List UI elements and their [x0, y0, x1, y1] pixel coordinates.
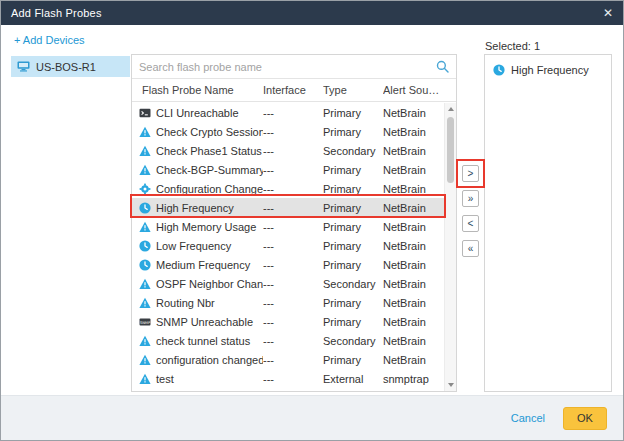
terminal-icon [139, 107, 151, 119]
table-row[interactable]: test---Externalsnmptrap [132, 369, 444, 388]
probe-name: SNMP Unreachable [156, 316, 253, 328]
probe-table-body: CLI Unreachable---PrimaryNetBrainCheck C… [132, 103, 444, 391]
selected-item[interactable]: High Frequency [493, 61, 603, 79]
table-row[interactable]: check tunnel status---SecondaryNetBrain [132, 331, 444, 350]
footer-bar: Cancel OK [1, 395, 623, 440]
table-row[interactable]: OSPF Neighbor Change---SecondaryNetBrain [132, 274, 444, 293]
probe-interface: --- [263, 107, 323, 119]
selected-count-label: Selected: 1 [485, 40, 540, 52]
column-header-alert-source: Alert Source ... [383, 84, 456, 96]
probe-alert-source: NetBrain [383, 259, 444, 271]
table-row[interactable]: test1---Externalsnmptrap [132, 388, 444, 391]
probe-name: High Frequency [156, 202, 234, 214]
table-row[interactable]: SNMPSNMP Unreachable---PrimaryNetBrain [132, 312, 444, 331]
clock-icon [493, 64, 505, 76]
probe-name: Check Crypto Sessions [156, 126, 263, 138]
clock-icon [139, 240, 151, 252]
table-row[interactable]: Configuration Change---PrimaryNetBrain [132, 179, 444, 198]
table-header: Flash Probe Name Interface Type Alert So… [132, 79, 456, 102]
vertical-scrollbar[interactable] [444, 103, 456, 391]
probe-type: Primary [323, 183, 383, 195]
scrollbar-thumb[interactable] [447, 117, 454, 183]
move-left-button[interactable]: < [462, 215, 479, 232]
probe-type: Primary [323, 316, 383, 328]
alert-triangle-icon [139, 164, 151, 176]
add-flash-probes-dialog: Add Flash Probes ✕ + Add Devices US-BOS-… [0, 0, 624, 441]
table-row[interactable]: Routing Nbr---PrimaryNetBrain [132, 293, 444, 312]
probe-name: Routing Nbr [156, 297, 215, 309]
table-row[interactable]: Check-BGP-Summary-C...---PrimaryNetBrain [132, 160, 444, 179]
search-bar [132, 55, 456, 79]
probe-name: Check-BGP-Summary-C... [156, 164, 263, 176]
probe-type: Primary [323, 354, 383, 366]
probe-name: test [156, 373, 174, 385]
probe-interface: --- [263, 297, 323, 309]
probe-interface: --- [263, 183, 323, 195]
alert-triangle-icon [139, 221, 151, 233]
probe-interface: --- [263, 240, 323, 252]
move-all-left-button[interactable]: « [462, 240, 479, 257]
move-all-right-button[interactable]: » [462, 190, 479, 207]
device-list: US-BOS-R1 [11, 56, 130, 391]
add-devices-link[interactable]: + Add Devices [14, 34, 85, 46]
alert-triangle-icon [139, 297, 151, 309]
probe-type: Primary [323, 297, 383, 309]
search-input[interactable] [139, 61, 432, 73]
probe-type: Secondary [323, 145, 383, 157]
probe-interface: --- [263, 259, 323, 271]
search-icon[interactable] [436, 60, 449, 73]
device-name: US-BOS-R1 [36, 61, 96, 73]
gear-icon [139, 183, 151, 195]
probe-type: Primary [323, 202, 383, 214]
scroll-up-arrow-icon[interactable] [445, 103, 456, 115]
probe-interface: --- [263, 164, 323, 176]
device-list-item[interactable]: US-BOS-R1 [11, 56, 130, 77]
probe-alert-source: NetBrain [383, 278, 444, 290]
probe-interface: --- [263, 354, 323, 366]
table-row[interactable]: High Memory Usage---PrimaryNetBrain [132, 217, 444, 236]
probe-alert-source: NetBrain [383, 354, 444, 366]
probe-type: Secondary [323, 278, 383, 290]
probe-alert-source: NetBrain [383, 221, 444, 233]
probe-interface: --- [263, 145, 323, 157]
probe-type: Primary [323, 221, 383, 233]
snmp-icon: SNMP [139, 316, 151, 328]
table-row[interactable]: Medium Frequency---PrimaryNetBrain [132, 255, 444, 274]
probe-name: Low Frequency [156, 240, 231, 252]
probe-name: Medium Frequency [156, 259, 250, 271]
alert-triangle-icon [139, 145, 151, 157]
table-row[interactable]: Low Frequency---PrimaryNetBrain [132, 236, 444, 255]
table-row[interactable]: configuration changed---PrimaryNetBrain [132, 350, 444, 369]
transfer-buttons: > » < « [462, 165, 479, 257]
probe-name: Check Phase1 Status [156, 145, 262, 157]
table-row[interactable]: Check Crypto Sessions---PrimaryNetBrain [132, 122, 444, 141]
table-row[interactable]: High Frequency---PrimaryNetBrain [132, 198, 444, 217]
scroll-down-arrow-icon[interactable] [445, 379, 456, 391]
alert-triangle-icon [139, 278, 151, 290]
probe-alert-source: NetBrain [383, 145, 444, 157]
cancel-button[interactable]: Cancel [511, 412, 545, 424]
table-row[interactable]: Check Phase1 Status---SecondaryNetBrain [132, 141, 444, 160]
probe-interface: --- [263, 126, 323, 138]
column-header-interface: Interface [263, 84, 323, 96]
probe-name: CLI Unreachable [156, 107, 239, 119]
probe-type: Primary [323, 126, 383, 138]
ok-button[interactable]: OK [563, 407, 607, 430]
table-row[interactable]: CLI Unreachable---PrimaryNetBrain [132, 103, 444, 122]
probe-type: Primary [323, 164, 383, 176]
probe-alert-source: NetBrain [383, 126, 444, 138]
probe-interface: --- [263, 335, 323, 347]
alert-triangle-icon [139, 354, 151, 366]
probe-name: Configuration Change [156, 183, 263, 195]
probe-type: Primary [323, 107, 383, 119]
probe-alert-source: NetBrain [383, 297, 444, 309]
probe-name: High Memory Usage [156, 221, 256, 233]
probe-interface: --- [263, 373, 323, 385]
probe-interface: --- [263, 278, 323, 290]
move-right-button[interactable]: > [462, 165, 479, 182]
probe-name: check tunnel status [156, 335, 250, 347]
column-header-flash-probe-name: Flash Probe Name [132, 84, 263, 96]
alert-triangle-icon [139, 335, 151, 347]
probe-alert-source: NetBrain [383, 316, 444, 328]
close-icon[interactable]: ✕ [603, 7, 613, 19]
